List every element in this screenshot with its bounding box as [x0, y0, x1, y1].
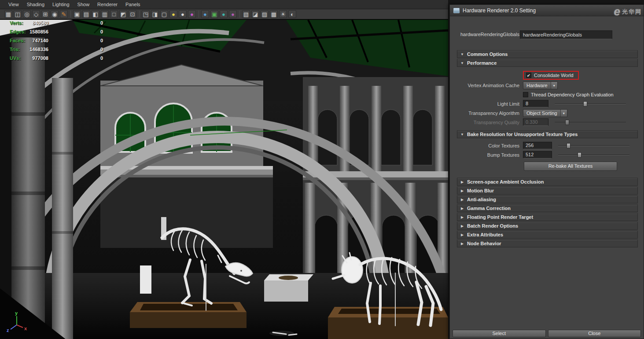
- bump-textures-field[interactable]: 512: [523, 151, 552, 158]
- magenta-sphere-icon[interactable]: ●: [188, 10, 196, 18]
- menu-lighting[interactable]: Lighting: [48, 0, 74, 9]
- menu-shading[interactable]: Shading: [23, 0, 48, 9]
- xray-icon[interactable]: ◪: [251, 10, 259, 18]
- light-limit-field[interactable]: 8: [523, 100, 548, 107]
- slider-handle[interactable]: [583, 101, 587, 107]
- menu-renderer[interactable]: Renderer: [93, 0, 121, 9]
- axis-z-label: z: [7, 328, 9, 333]
- section-performance[interactable]: ▼ Performance: [457, 59, 638, 67]
- chevron-right-icon: ▶: [457, 189, 467, 193]
- hud-total: 977008: [16, 55, 48, 61]
- hud-row-edges: Edges: 1580856 0: [0, 29, 132, 38]
- blue-sphere-icon[interactable]: ●: [201, 10, 209, 18]
- color-textures-field[interactable]: 256: [523, 142, 552, 149]
- hud-total: 747140: [16, 38, 48, 43]
- dropdown-value: Hardware: [523, 82, 551, 89]
- transparency-quality-slider: [555, 119, 626, 125]
- transparency-algorithm-label: Transparency Algorithm: [457, 111, 523, 116]
- resolution-gate-icon[interactable]: □: [110, 10, 118, 18]
- snap-to-curve-icon[interactable]: ◎: [23, 10, 31, 18]
- isolate-select-icon[interactable]: ▧: [242, 10, 250, 18]
- section-motion-blur[interactable]: ▶ Motion Blur: [457, 187, 638, 195]
- section-gamma-correction[interactable]: ▶ Gamma Correction: [457, 204, 638, 212]
- hud-row-faces: Faces: 747140 0: [0, 38, 132, 47]
- window-icon: [453, 8, 460, 13]
- vertex-animation-cache-dropdown[interactable]: Hardware ▼: [523, 81, 558, 89]
- white-sphere-icon[interactable]: ●: [179, 10, 187, 18]
- vertex-animation-cache-row: Vertex Animation Cache Hardware ▼: [457, 81, 638, 90]
- section-ssao[interactable]: ▶ Screen-space Ambient Occlusion: [457, 178, 638, 186]
- menu-view[interactable]: View: [4, 0, 23, 9]
- film-gate-icon[interactable]: ▥: [101, 10, 109, 18]
- view-axis-gizmo: y z x: [5, 310, 30, 333]
- transparency-algorithm-dropdown[interactable]: Object Sorting ▼: [523, 109, 567, 117]
- viewport-menubar: View Shading Lighting Show Renderer Pane…: [0, 0, 448, 9]
- slider-handle: [565, 120, 569, 125]
- slider-handle[interactable]: [578, 152, 581, 158]
- toolbar-separator: [139, 11, 140, 18]
- hud-selected: 0: [100, 38, 103, 43]
- textured-mode-icon[interactable]: ▩: [270, 10, 278, 18]
- snap-to-point-icon[interactable]: ◇: [32, 10, 40, 18]
- toolbar-separator: [70, 11, 71, 18]
- section-node-behavior[interactable]: ▶ Node Behavior: [457, 240, 638, 247]
- snap-to-plane-icon[interactable]: ⊞: [41, 10, 49, 18]
- viewport-canvas[interactable]: Verts: 840580 0 Edges: 1580856 0 Faces: …: [0, 20, 448, 339]
- section-title: Common Options: [467, 52, 508, 57]
- slider-handle[interactable]: [567, 143, 570, 148]
- section-extra-attributes[interactable]: ▶ Extra Attributes: [457, 231, 638, 239]
- gate-mask-icon[interactable]: ◩: [119, 10, 127, 18]
- section-anti-aliasing[interactable]: ▶ Anti-aliasing: [457, 195, 638, 203]
- close-button[interactable]: Close: [548, 330, 641, 337]
- section-title: Batch Render Options: [467, 223, 518, 228]
- section-batch-render-options[interactable]: ▶ Batch Render Options: [457, 222, 638, 230]
- hud-selected: 0: [100, 47, 103, 52]
- section-title: Gamma Correction: [467, 206, 511, 211]
- section-common-options[interactable]: ▼ Common Options: [457, 50, 638, 58]
- select-button[interactable]: Select: [453, 330, 546, 337]
- pencil-icon[interactable]: ✎: [60, 10, 68, 18]
- teal-sphere-icon[interactable]: ●: [220, 10, 228, 18]
- hud-stats: Verts: 840580 0 Edges: 1580856 0 Faces: …: [0, 20, 132, 64]
- section-floating-point-render-target[interactable]: ▶ Floating Point Render Target: [457, 213, 638, 221]
- grid-display-icon[interactable]: ▦: [4, 10, 12, 18]
- chevron-right-icon: ▶: [457, 198, 467, 202]
- window-titlebar[interactable]: Hardware Renderer 2.0 Setting: [450, 5, 644, 16]
- green-cube-icon[interactable]: ▣: [210, 10, 218, 18]
- vertex-animation-cache-label: Vertex Animation Cache: [457, 83, 523, 88]
- hardware-renderer-settings-window: Hardware Renderer 2.0 Setting e 光华网 hard…: [449, 4, 644, 339]
- performance-body: ✔ Consolidate World Vertex Animation Cac…: [457, 68, 638, 130]
- purple-sphere-icon[interactable]: ●: [229, 10, 237, 18]
- yellow-sphere-icon[interactable]: ●: [169, 10, 177, 18]
- thread-dependency-checkbox[interactable]: [523, 92, 528, 97]
- hud-row-verts: Verts: 840580 0: [0, 20, 132, 29]
- lighting-mode-icon[interactable]: ☀: [279, 10, 287, 18]
- globals-name-field[interactable]: hardwareRenderingGlobals: [520, 30, 612, 39]
- shadows-icon[interactable]: ◐: [288, 10, 296, 18]
- frame-all-icon[interactable]: ▢: [160, 10, 168, 18]
- chevron-down-icon: ▼: [457, 133, 467, 136]
- make-live-icon[interactable]: ◉: [51, 10, 59, 18]
- color-textures-slider[interactable]: [558, 143, 629, 149]
- camera-attributes-icon[interactable]: ▣: [73, 10, 81, 18]
- bookmarks-icon[interactable]: ▤: [82, 10, 90, 18]
- snap-to-grid-icon[interactable]: ◫: [14, 10, 22, 18]
- globals-row: hardwareRenderingGlobals: hardwareRender…: [450, 30, 644, 39]
- red-highlight-box: ✔ Consolidate World: [523, 71, 579, 80]
- safe-action-icon[interactable]: ◳: [142, 10, 150, 18]
- wireframe-on-shaded-icon[interactable]: ▨: [261, 10, 269, 18]
- color-textures-row: Color Textures 256: [457, 141, 638, 150]
- menu-panels[interactable]: Panels: [121, 0, 144, 9]
- consolidate-world-checkbox[interactable]: ✔: [526, 73, 531, 78]
- image-plane-icon[interactable]: ◧: [92, 10, 99, 18]
- dropdown-value: Object Sorting: [523, 110, 560, 117]
- rebake-all-textures-button[interactable]: Re-bake All Textures: [524, 162, 617, 171]
- bump-textures-slider[interactable]: [558, 152, 629, 158]
- field-chart-icon[interactable]: ⊡: [129, 10, 136, 18]
- light-limit-slider[interactable]: [555, 101, 626, 107]
- section-bake-resolution[interactable]: ▼ Bake Resolution for Unsupported Textur…: [457, 130, 638, 138]
- menu-show[interactable]: Show: [74, 0, 94, 9]
- transparency-quality-field: 0.330: [523, 118, 548, 126]
- viewport-scene[interactable]: [0, 20, 448, 339]
- safe-title-icon[interactable]: ◨: [151, 10, 159, 18]
